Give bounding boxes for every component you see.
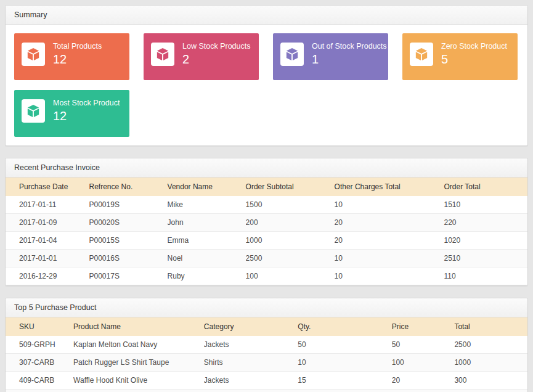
stat-card-label: Most Stock Product [53,99,120,107]
summary-panel-header: Summary [6,6,527,25]
table-cell-vendor-name: John [168,214,246,232]
table-cell-qty: 15 [298,372,391,390]
recent-purchase-invoice-table: Purchase DateRefrence No.Vendor NameOrde… [6,178,527,285]
table-row: 409-CARBWaffle Hood Knit OliveJackets152… [6,372,527,390]
table-cell-qty: 50 [298,336,391,354]
table-cell-order-subtotal: 100 [246,267,335,285]
stat-card-total-products[interactable]: Total Products12 [14,33,129,80]
cube-icon [22,99,45,123]
column-header-category: Category [204,317,298,336]
recent-purchase-invoice-header: Recent Purchase Invoice [6,158,527,178]
table-cell-order-total: 110 [444,267,527,285]
table-cell-sku: 409-CARB [6,372,73,390]
table-row: 2016-12-29P00017SRuby10010110 [6,267,527,285]
table-cell-refrence-no: P00019S [89,196,168,214]
stat-card-label: Out of Stock Products [312,42,387,51]
top-purchase-product-title: Top 5 Purchase Product [14,303,96,312]
table-cell-price: 10 [392,390,455,392]
stat-card-value: 12 [53,52,102,67]
column-header-sku: SKU [6,317,73,336]
table-cell-category: Jackets [204,336,298,354]
column-header-refrence-no: Refrence No. [89,178,168,196]
summary-panel: Summary Total Products12Low Stock Produc… [5,5,528,146]
column-header-order-subtotal: Order Subtotal [246,178,335,196]
table-cell-other-charges-total: 10 [335,196,444,214]
column-header-total: Total [454,317,527,336]
cube-icon [410,43,433,66]
table-row: 2017-01-01P00016SNoel2500102510 [6,250,527,267]
table-cell-purchase-date: 2017-01-09 [6,214,89,232]
table-cell-order-total: 1510 [444,196,527,214]
table-cell-purchase-date: 2017-01-01 [6,250,89,267]
table-row: 489-RTLCRed Textured Leather CardholderC… [6,390,527,392]
table-cell-vendor-name: Emma [168,232,246,250]
table-cell-qty: 10 [298,354,391,372]
table-cell-total: 1000 [454,354,527,372]
table-cell-sku: 489-RTLC [6,390,73,392]
cube-icon [280,43,304,66]
table-cell-purchase-date: 2016-12-29 [6,267,89,285]
table-cell-other-charges-total: 10 [335,250,444,267]
table-cell-refrence-no: P00017S [89,267,168,285]
stat-card-text: Total Products12 [53,41,102,67]
stat-card-label: Low Stock Products [182,42,250,51]
table-cell-total: 300 [454,372,527,390]
cube-icon [22,43,45,66]
cube-icon [151,43,174,66]
table-cell-category: Card Holder [204,390,298,392]
top-purchase-product-panel: Top 5 Purchase Product SKUProduct NameCa… [5,298,528,392]
table-cell-other-charges-total: 20 [335,232,444,250]
stat-card-out-of-stock-products[interactable]: Out of Stock Products1 [273,33,388,80]
column-header-product-name: Product Name [73,317,204,336]
table-cell-vendor-name: Mike [168,196,246,214]
table-cell-order-subtotal: 1500 [246,196,335,214]
column-header-qty: Qty. [298,317,391,336]
stat-card-text: Low Stock Products2 [182,41,250,67]
table-cell-refrence-no: P00020S [89,214,168,232]
top-purchase-product-table: SKUProduct NameCategoryQty.PriceTotal 50… [6,317,527,392]
table-cell-price: 50 [392,336,455,354]
table-cell-total: 2500 [454,336,527,354]
table-row: 307-CARBPatch Rugger LS Shirt TaupeShirt… [6,354,527,372]
stat-card-text: Out of Stock Products1 [312,41,387,67]
table-row: 509-GRPHKaplan Melton Coat NavyJackets50… [6,336,527,354]
table-cell-product-name: Kaplan Melton Coat Navy [73,336,204,354]
table-cell-vendor-name: Ruby [168,267,246,285]
table-cell-product-name: Patch Rugger LS Shirt Taupe [73,354,204,372]
column-header-order-total: Order Total [444,178,527,196]
stat-card-value: 5 [441,52,507,67]
recent-purchase-invoice-title: Recent Purchase Invoice [14,163,100,172]
table-cell-other-charges-total: 20 [335,214,444,232]
table-cell-other-charges-total: 10 [335,267,444,285]
column-header-vendor-name: Vendor Name [168,178,246,196]
stat-card-zero-stock-product[interactable]: Zero Stock Product5 [402,33,518,80]
table-header-row: Purchase DateRefrence No.Vendor NameOrde… [6,178,527,196]
table-cell-order-subtotal: 200 [246,214,335,232]
stat-card-low-stock-products[interactable]: Low Stock Products2 [144,33,259,80]
table-cell-sku: 509-GRPH [6,336,73,354]
table-cell-purchase-date: 2017-01-04 [6,232,89,250]
column-header-price: Price [392,317,455,336]
table-cell-refrence-no: P00015S [89,232,168,250]
stat-card-label: Total Products [53,42,102,51]
top-purchase-product-header: Top 5 Purchase Product [6,298,527,317]
table-cell-price: 20 [392,372,455,390]
table-cell-vendor-name: Noel [168,250,246,267]
stat-card-most-stock-product[interactable]: Most Stock Product12 [14,90,129,137]
table-header-row: SKUProduct NameCategoryQty.PriceTotal [6,317,527,336]
table-cell-order-total: 1020 [444,232,527,250]
table-cell-purchase-date: 2017-01-11 [6,196,89,214]
table-cell-order-subtotal: 2500 [246,250,335,267]
stat-card-label: Zero Stock Product [441,42,507,51]
stat-card-text: Zero Stock Product5 [441,41,507,67]
table-cell-qty: 20 [298,390,391,392]
table-cell-product-name: Red Textured Leather Cardholder [73,390,204,392]
table-cell-category: Shirts [204,354,298,372]
table-cell-product-name: Waffle Hood Knit Olive [73,372,204,390]
recent-purchase-invoice-panel: Recent Purchase Invoice Purchase DateRef… [5,158,528,286]
stat-card-text: Most Stock Product12 [53,97,120,123]
table-cell-category: Jackets [204,372,298,390]
stat-card-value: 2 [182,52,250,67]
stat-card-value: 1 [312,52,387,67]
stat-card-value: 12 [53,109,120,123]
